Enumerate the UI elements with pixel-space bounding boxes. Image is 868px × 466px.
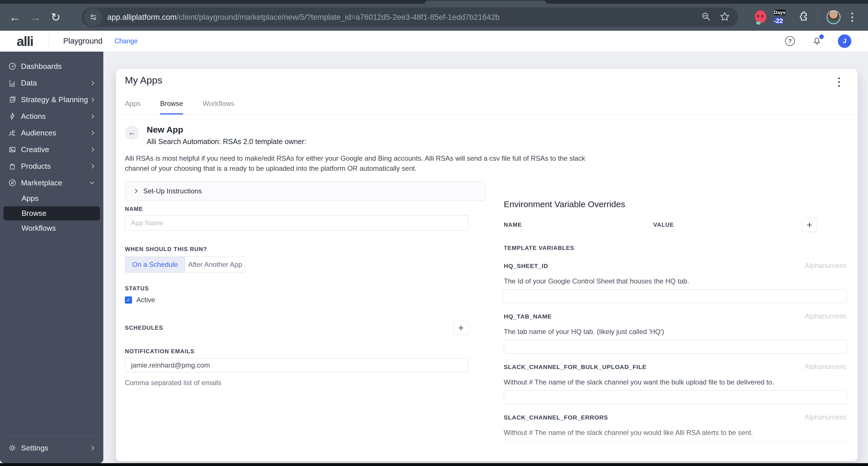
chevron-right-icon [90,147,94,152]
new-app-title: New App [147,125,306,134]
run-segmented-control: On a Schedule After Another App [125,256,245,273]
variable-description: The Id of your Google Control Sheet that… [504,277,847,285]
add-schedule-button[interactable]: + [454,320,468,335]
extension-icon-red[interactable] [754,10,768,25]
change-workspace-link[interactable]: Change [115,37,138,45]
template-variable-row: SLACK_CHANNEL_FOR_ERRORS Alphanumeric Wi… [504,413,847,455]
chevron-right-icon [133,189,138,193]
site-info-icon[interactable] [84,8,102,26]
app-header: alli Playground Change ? J [0,31,868,52]
browser-menu-icon[interactable] [850,11,854,23]
gauge-icon [8,62,17,70]
env-value-column-label: VALUE [653,221,674,228]
sidebar-item-marketplace[interactable]: Marketplace [0,175,103,191]
gear-icon [8,444,17,452]
url-path: /client/playground/marketplace/new/5/?te… [177,13,499,22]
browser-active-tab[interactable] [425,1,547,4]
extensions-puzzle-icon[interactable] [797,11,809,24]
template-variables-label: TEMPLATE VARIABLES [504,245,847,251]
clipboard-icon [8,95,17,104]
sidebar-item-data[interactable]: Data [0,74,103,91]
days-badge-label: Days [774,10,786,15]
toolbar-separator [817,11,818,23]
tab-workflows[interactable]: Workflows [203,100,234,115]
name-label: NAME [125,206,486,212]
env-name-column-label: NAME [504,221,522,228]
template-variable-row: HQ_SHEET_ID Alphanumeric The Id of your … [504,262,847,303]
url-text[interactable]: app.alliplatform.com/client/playground/m… [107,13,693,22]
help-icon[interactable]: ? [785,36,795,46]
image-icon [8,145,17,154]
browser-url-bar[interactable]: app.alliplatform.com/client/playground/m… [82,7,738,27]
workspace-name: Playground [63,37,102,45]
variable-description: The tab name of your HQ tab. (likely jus… [504,328,847,336]
sidebar-item-apps[interactable]: Apps [0,191,103,206]
hq-sheet-id-input[interactable] [504,289,847,303]
bookmark-star-icon[interactable] [719,11,730,23]
run-option-after-another-app[interactable]: After Another App [185,257,245,272]
sidebar-item-actions[interactable]: Actions [0,108,103,125]
sidebar-item-strategy-planning[interactable]: Strategy & Planning [0,91,103,108]
run-option-on-a-schedule[interactable]: On a Schedule [125,257,185,272]
app-name-input[interactable] [125,215,468,230]
alli-logo[interactable]: alli [17,33,33,49]
tab-apps[interactable]: Apps [125,100,141,115]
env-overrides-title: Environment Variable Overrides [504,199,847,209]
sidebar-item-products[interactable]: Products [0,158,103,175]
template-owner-subtitle: Alli Search Automation: RSAs 2.0 templat… [147,137,306,146]
back-arrow-icon: ← [128,128,136,137]
variable-description: Without # The name of the slack channel … [504,378,847,386]
variable-type-badge: Alphanumeric [805,363,847,371]
sidebar-item-browse[interactable]: Browse [3,206,100,220]
chevron-right-icon [90,114,94,119]
chevron-right-icon [90,97,94,102]
browser-toolbar: ← → ↻ app.alliplatform.com/client/playgr… [0,4,868,31]
browser-back-button[interactable]: ← [9,11,21,23]
my-apps-card: My Apps Apps Browse Workflows ← New App … [116,69,858,461]
tabs-divider [116,115,858,115]
schedules-label: SCHEDULES [125,324,163,331]
hq-tab-name-input[interactable] [504,340,847,353]
browser-extensions-area: Days -22 [754,9,854,26]
slack-channel-bulk-upload-input[interactable] [504,390,847,404]
sidebar-item-workflows[interactable]: Workflows [0,221,103,236]
sidebar-item-creative[interactable]: Creative [0,141,103,158]
days-badge-value: -22 [774,17,783,24]
run-label: WHEN SHOULD THIS RUN? [125,246,486,252]
window-bottom-edge [0,463,868,466]
tab-browse[interactable]: Browse [160,100,183,115]
card-menu-icon[interactable] [837,76,841,88]
emails-helper-text: Comma separated list of emails [125,379,486,387]
page-title: My Apps [125,74,858,86]
active-checkbox-label: Active [136,296,155,304]
variable-name: SLACK_CHANNEL_FOR_ERRORS [504,414,608,421]
variable-type-badge: Alphanumeric [805,413,847,421]
slack-channel-errors-input[interactable] [504,441,847,455]
add-env-var-button[interactable]: + [802,218,817,232]
sidebar-item-settings[interactable]: Settings [0,440,103,456]
setup-instructions-toggle[interactable]: Set-Up Instructions [125,181,486,200]
sidebar-item-dashboards[interactable]: Dashboards [0,58,103,74]
sidebar-item-audiences[interactable]: Audiences [0,125,103,141]
variable-type-badge: Alphanumeric [805,262,847,270]
active-checkbox[interactable]: ✓ [125,297,132,304]
user-avatar[interactable]: J [838,34,851,48]
bar-chart-icon [8,79,17,87]
back-button[interactable]: ← [125,125,139,140]
notifications-bell-icon[interactable] [812,36,822,46]
users-icon [8,129,17,137]
url-host: app.alliplatform.com [107,13,177,22]
browser-profile-avatar[interactable] [827,10,840,24]
variable-name: HQ_TAB_NAME [504,313,552,320]
variable-name: HQ_SHEET_ID [504,262,548,270]
zoom-out-icon[interactable] [701,11,711,23]
sidebar-divider [3,435,100,436]
variable-type-badge: Alphanumeric [805,312,847,320]
days-extension-badge[interactable]: Days -22 [774,9,790,26]
browser-forward-button[interactable]: → [29,11,41,23]
browser-reload-button[interactable]: ↻ [50,11,62,23]
screen: ← → ↻ app.alliplatform.com/client/playgr… [0,0,868,466]
variable-name: SLACK_CHANNEL_FOR_BULK_UPLOAD_FILE [504,364,646,370]
notification-emails-input[interactable] [125,358,468,372]
shopping-bag-icon [8,162,17,170]
